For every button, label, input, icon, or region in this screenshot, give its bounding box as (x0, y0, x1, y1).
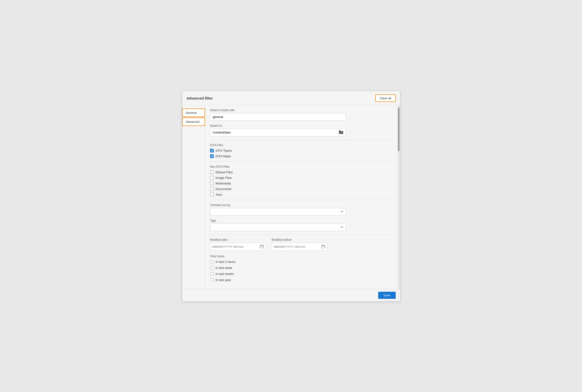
json-row: Json (210, 193, 393, 196)
sidebar: General Advanced (182, 105, 205, 289)
search-results-input[interactable] (210, 113, 346, 121)
modified-before-input-row (272, 243, 328, 251)
time-frame-month-row: In last month (210, 272, 393, 276)
modal-body: General Advanced Search results with Sea… (182, 105, 400, 289)
time-frame-month-label: In last month (216, 272, 234, 276)
non-dita-files-label: Non-DITA Files (210, 165, 393, 168)
checked-out-by-label: Checked out by (210, 204, 393, 207)
image-files-checkbox[interactable] (210, 176, 214, 180)
time-frame-year-row: In last year (210, 278, 393, 282)
dita-topics-label: DITA Topics (216, 149, 232, 152)
modified-after-calendar-button[interactable] (258, 243, 266, 250)
dita-files-label: DITA Files (210, 144, 393, 147)
search-in-label: Search in (210, 124, 393, 128)
checked-out-by-select[interactable] (210, 208, 346, 216)
time-frame-2hours-row: In last 2 hours (210, 260, 393, 264)
scrollbar-track (398, 106, 400, 289)
time-frame-week-radio[interactable] (210, 266, 214, 270)
modified-before-field: Modified before (272, 238, 328, 251)
time-frame-week-label: In last week (216, 266, 232, 270)
ditaval-checkbox[interactable] (210, 170, 214, 174)
ditaval-label: Ditaval Files (216, 170, 233, 174)
content-area: Search results with Search in (205, 105, 398, 289)
multimedia-label: Multimedia (216, 182, 231, 185)
sidebar-item-advanced[interactable]: Advanced (182, 118, 205, 126)
time-frame-2hours-label: In last 2 hours (216, 260, 236, 264)
json-label: Json (216, 193, 222, 196)
modified-after-input-row (210, 243, 266, 251)
time-frame-label: Time frame (210, 254, 393, 258)
folder-browse-button[interactable] (337, 129, 346, 136)
modified-after-field: Modified after (210, 238, 266, 251)
search-results-section: Search results with (210, 108, 393, 121)
clear-all-button[interactable]: Clear all (375, 94, 396, 102)
scrollbar (398, 105, 400, 289)
search-in-row (210, 129, 346, 136)
multimedia-row: Multimedia (210, 182, 393, 185)
modal-header: Advanced filter Clear all (182, 91, 400, 105)
time-frame-month-radio[interactable] (210, 272, 214, 276)
time-frame-week-row: In last week (210, 266, 393, 270)
scrollbar-thumb[interactable] (398, 108, 400, 151)
time-frame-2hours-radio[interactable] (210, 260, 214, 264)
json-checkbox[interactable] (210, 193, 214, 196)
search-results-label: Search results with (210, 108, 393, 112)
save-button[interactable]: Save (378, 292, 396, 299)
dita-topics-checkbox[interactable] (210, 149, 214, 152)
dita-maps-label: DITA Maps (216, 154, 231, 158)
multimedia-checkbox[interactable] (210, 182, 214, 185)
tags-select[interactable] (210, 224, 346, 231)
ditaval-files-row: Ditaval Files (210, 170, 393, 174)
search-in-input[interactable] (210, 129, 337, 136)
modified-before-input[interactable] (272, 243, 320, 250)
non-dita-files-section: Non-DITA Files Ditaval Files Image Files… (210, 165, 393, 196)
date-row: Modified after (210, 238, 393, 251)
modal-footer: Save (182, 289, 400, 301)
documents-row: Documents (210, 187, 393, 191)
image-files-row: Image Files (210, 176, 393, 180)
dita-maps-checkbox[interactable] (210, 154, 214, 158)
calendar-icon-2 (321, 244, 325, 248)
search-in-section: Search in (210, 124, 393, 136)
time-frame-section: Time frame In last 2 hours In last week … (210, 254, 393, 282)
documents-label: Documents (216, 187, 232, 191)
dita-topics-row: DITA Topics (210, 149, 393, 152)
modified-after-label: Modified after (210, 238, 266, 242)
documents-checkbox[interactable] (210, 187, 214, 191)
dita-files-section: DITA Files DITA Topics DITA Maps (210, 144, 393, 158)
time-frame-year-radio[interactable] (210, 278, 214, 282)
image-files-label: Image Files (216, 176, 232, 180)
svg-rect-3 (260, 245, 263, 248)
tags-section: Tags (210, 219, 393, 231)
modal-title: Advanced filter (187, 96, 213, 100)
advanced-filter-modal: Advanced filter Clear all General Advanc… (182, 91, 400, 302)
time-frame-year-label: In last year (216, 278, 231, 282)
svg-rect-2 (339, 130, 341, 131)
dita-maps-row: DITA Maps (210, 154, 393, 158)
folder-icon (339, 130, 343, 134)
sidebar-item-general[interactable]: General (182, 108, 205, 117)
tags-label: Tags (210, 219, 393, 222)
checked-out-by-section: Checked out by (210, 204, 393, 216)
modified-before-label: Modified before (272, 238, 328, 242)
calendar-icon (260, 244, 264, 248)
modified-before-calendar-button[interactable] (320, 243, 327, 250)
modified-after-input[interactable] (210, 243, 258, 250)
svg-rect-7 (322, 245, 325, 248)
